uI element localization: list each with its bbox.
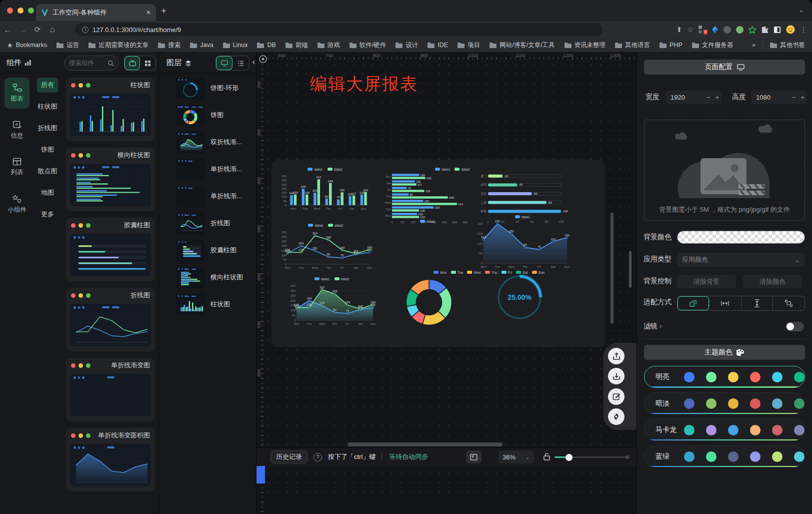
- component-card-capsule[interactable]: 胶囊柱图: [66, 218, 155, 281]
- extension-icon[interactable]: [736, 26, 744, 34]
- layer-item-line1[interactable]: 单折线渐...: [159, 183, 256, 210]
- zoom-select[interactable]: 36%⌄: [498, 450, 534, 463]
- layer-item-line1[interactable]: 单折线渐...: [159, 156, 256, 183]
- reload-icon[interactable]: ⟳: [30, 25, 45, 34]
- component-card-hbar[interactable]: 横向柱状图: [66, 148, 155, 211]
- filter-toggle[interactable]: [786, 322, 804, 331]
- bookmarks-manager[interactable]: ★ Bookmarks: [7, 42, 47, 49]
- layer-item-hbar[interactable]: 横向柱状图: [159, 264, 256, 291]
- component-card-line2[interactable]: 折线图: [66, 288, 155, 351]
- layout-panel-button[interactable]: [466, 450, 482, 463]
- other-bookmarks-folder[interactable]: 其他书签: [770, 41, 805, 50]
- fit-height-button[interactable]: [742, 296, 774, 310]
- category-item[interactable]: 折线图: [34, 121, 62, 136]
- rail-item-list[interactable]: 列表: [4, 152, 30, 183]
- tab-overflow-icon[interactable]: ⌄: [798, 6, 804, 14]
- address-bar[interactable]: i 127.0.0.1:3000/#/chart/home/9: [75, 23, 602, 36]
- browser-tab[interactable]: 工作空间-各种组件 ✕: [36, 4, 156, 21]
- bookmark-folder[interactable]: 游戏: [318, 41, 340, 50]
- bookmark-folder[interactable]: Java: [190, 41, 213, 50]
- reader-mode-icon[interactable]: [774, 26, 781, 34]
- clear-color-button[interactable]: 清除颜色: [743, 275, 802, 288]
- forward-icon[interactable]: →: [15, 26, 30, 34]
- layer-item-area2[interactable]: 双折线渐...: [159, 129, 256, 156]
- zoom-slider[interactable]: [554, 456, 628, 458]
- canvas-vertical-scrollbar[interactable]: [610, 213, 614, 324]
- bg-color-swatch[interactable]: [677, 231, 805, 244]
- thumbnail-view-button[interactable]: [216, 56, 232, 70]
- bookmark-folder[interactable]: 近期需要读的文章: [88, 41, 148, 50]
- back-icon[interactable]: ←: [0, 26, 15, 34]
- theme-row-蓝绿[interactable]: 蓝绿: [644, 445, 805, 467]
- grid-view-button[interactable]: [140, 56, 156, 70]
- canvas-chart-dual-area[interactable]: data1data2050100150200250300350MonTueWed…: [288, 276, 376, 326]
- theme-row-暗淡[interactable]: 暗淡: [644, 392, 805, 414]
- fit-width-button[interactable]: [710, 296, 742, 310]
- layer-item-bar[interactable]: 柱状图: [159, 291, 256, 318]
- new-tab-button[interactable]: +: [161, 6, 166, 17]
- fit-auto-button[interactable]: [678, 296, 710, 310]
- increase-icon[interactable]: +: [712, 94, 722, 101]
- canvas-chart-pie[interactable]: MonTueWedThuFriSatSun: [402, 269, 576, 333]
- theme-row-明亮[interactable]: 明亮: [644, 366, 805, 388]
- rail-item-charts[interactable]: 图表: [4, 78, 30, 109]
- bookmark-folder[interactable]: Linux: [223, 41, 248, 50]
- category-item[interactable]: 更多: [37, 207, 58, 222]
- bookmark-folder[interactable]: 项目: [458, 41, 480, 50]
- theme-color-header[interactable]: 主题颜色: [644, 345, 805, 360]
- bookmark-folder[interactable]: 搜索: [158, 41, 180, 50]
- rail-item-widgets[interactable]: 小组件: [4, 189, 30, 220]
- rail-item-info[interactable]: A 信息: [4, 115, 30, 146]
- canvas-chart-hbar[interactable]: data1data2050100150200250300350Sun130160…: [383, 166, 472, 224]
- page-config-header[interactable]: 页面配置: [644, 60, 805, 75]
- home-icon[interactable]: ⌂: [45, 25, 60, 35]
- theme-row-马卡龙[interactable]: 马卡龙: [644, 419, 805, 441]
- decrease-icon[interactable]: −: [790, 94, 798, 101]
- width-stepper[interactable]: 1920 − +: [666, 91, 722, 104]
- layer-item-capsule[interactable]: 胶囊柱图: [159, 237, 256, 264]
- extension-badge-icon[interactable]: 9: [698, 26, 706, 34]
- tab-close-icon[interactable]: ✕: [146, 9, 151, 16]
- bookmark-folder[interactable]: 资讯未整理: [564, 41, 606, 50]
- category-item[interactable]: 饼图: [37, 142, 58, 157]
- component-card-line1[interactable]: 单折线渐变图: [66, 358, 155, 421]
- height-stepper[interactable]: 1080 − +: [751, 91, 807, 104]
- width-value[interactable]: 1920: [670, 94, 704, 101]
- list-view-button[interactable]: [232, 56, 249, 70]
- minimize-window-button[interactable]: [18, 8, 24, 14]
- canvas-chart-gradient-area[interactable]: data1050100150200MonTueWedThuFriSatSun12…: [475, 214, 570, 269]
- extension-icon[interactable]: [724, 26, 731, 34]
- background-upload-dropzone[interactable]: 背景图需小于 5M ，格式为 png/jpg/gif 的文件: [644, 120, 805, 221]
- bookmark-folder[interactable]: 前端: [286, 41, 308, 50]
- bookmark-folder[interactable]: DB: [257, 41, 276, 50]
- maximize-window-button[interactable]: [28, 8, 34, 14]
- bookmark-folder[interactable]: IDE: [428, 41, 448, 50]
- component-card-area1[interactable]: 单折线渐变面积图: [66, 428, 155, 491]
- single-view-button[interactable]: [124, 56, 140, 70]
- decrease-icon[interactable]: −: [704, 94, 713, 101]
- edit-button[interactable]: [608, 388, 624, 405]
- close-window-button[interactable]: [7, 8, 13, 14]
- category-item[interactable]: 散点图: [34, 164, 62, 179]
- bookmark-star-icon[interactable]: ☆: [687, 26, 694, 34]
- share-icon[interactable]: ⬆: [676, 26, 682, 34]
- category-item[interactable]: 柱状图: [34, 99, 62, 114]
- layer-item-ring[interactable]: 饼图-环形: [159, 75, 256, 102]
- design-canvas[interactable]: 6007008009001000110012001300 20030040050…: [256, 53, 636, 514]
- slider-knob[interactable]: [566, 454, 572, 461]
- profile-avatar-icon[interactable]: [786, 25, 795, 34]
- height-value[interactable]: 1080: [756, 94, 790, 101]
- import-button[interactable]: [608, 368, 624, 384]
- bookmark-folder[interactable]: 设计: [396, 41, 418, 50]
- canvas-chart-line[interactable]: data1data2050100150200250300350MonTueWed…: [279, 222, 372, 270]
- bookmark-folder[interactable]: 网站/博客/文章/工具: [490, 41, 554, 50]
- ruler-visibility-icon[interactable]: [258, 55, 268, 64]
- export-button[interactable]: [608, 348, 624, 364]
- category-item[interactable]: 地图: [37, 185, 58, 200]
- app-type-select[interactable]: 应用颜色 ⌄: [677, 253, 805, 267]
- canvas-chart-bar[interactable]: data1data2050100150200250300350Mon120130…: [279, 166, 371, 211]
- settings-button[interactable]: [608, 408, 624, 425]
- history-button[interactable]: 历史记录: [270, 450, 308, 463]
- fit-stretch-button[interactable]: [773, 296, 804, 310]
- bookmark-folder[interactable]: 软件/硬件: [350, 41, 386, 50]
